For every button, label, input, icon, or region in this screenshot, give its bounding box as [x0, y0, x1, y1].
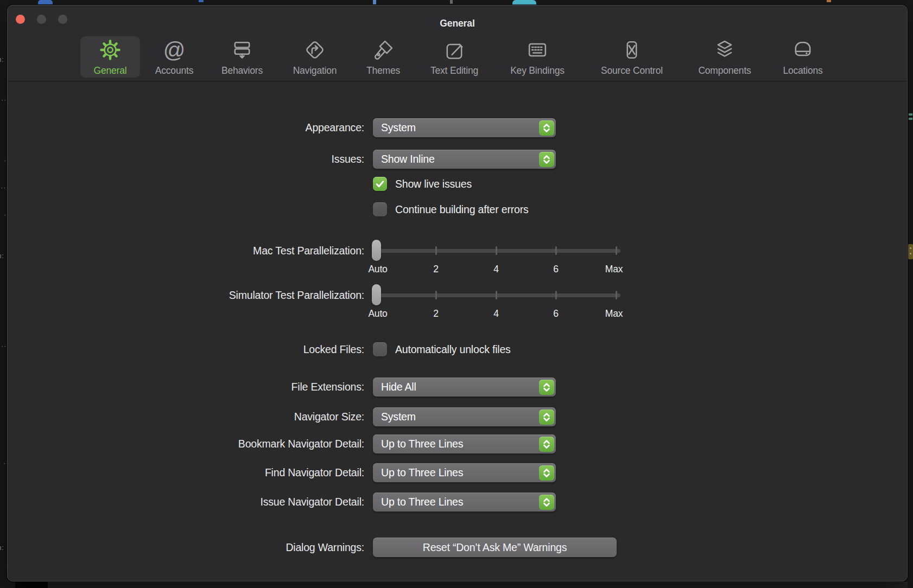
issue-navigator-detail-label: Issue Navigator Detail: — [8, 493, 364, 512]
locked-files-label: Locked Files: — [8, 340, 364, 359]
backdrop-toolbar-fragment — [450, 0, 453, 4]
backdrop-editor-strip — [48, 582, 908, 588]
show-live-issues-label: Show live issues — [395, 177, 472, 191]
bookmark-navigator-detail-select[interactable]: Up to Three Lines — [373, 434, 556, 453]
gear-icon — [98, 35, 122, 65]
chevron-up-down-icon — [539, 380, 554, 395]
slider-tick — [555, 246, 557, 255]
tab-label: Locations — [783, 65, 822, 76]
tab-label: Components — [698, 65, 751, 76]
slider-tick-label: 2 — [433, 264, 439, 275]
chevron-up-down-icon — [539, 152, 554, 167]
backdrop-code-fragment: ·· — [1, 95, 7, 104]
issues-select[interactable]: Show Inline — [373, 150, 556, 169]
server-stack-icon — [230, 35, 254, 65]
chevron-up-down-icon — [539, 465, 554, 481]
dialog-warnings-label: Dialog Warnings: — [8, 538, 364, 557]
issues-value: Show Inline — [381, 153, 435, 165]
tab-text-editing[interactable]: Text Editing — [414, 35, 495, 80]
window-title: General — [8, 18, 907, 29]
backdrop-minimap-fragment — [909, 113, 912, 116]
tab-key-bindings[interactable]: Key Bindings — [497, 35, 578, 80]
tab-locations[interactable]: Locations — [762, 35, 844, 80]
source-control-icon — [620, 35, 644, 65]
backdrop-toolbar-fragment — [199, 0, 204, 2]
find-navigator-detail-label: Find Navigator Detail: — [8, 463, 364, 482]
slider-tick-label: 6 — [553, 264, 559, 275]
backdrop-code-fragment: n: — [0, 55, 4, 63]
tab-label: Themes — [366, 65, 400, 76]
tab-label: Source Control — [601, 65, 663, 76]
layers-icon — [713, 35, 737, 65]
slider-tick — [496, 291, 497, 299]
file-extensions-label: File Extensions: — [8, 378, 364, 397]
find-navigator-detail-value: Up to Three Lines — [381, 466, 463, 479]
slider-tick-label: Auto — [368, 264, 387, 275]
tab-components[interactable]: Components — [684, 35, 765, 80]
simulator-test-parallelization-label: Simulator Test Parallelization: — [8, 286, 364, 305]
backdrop-minimap-fragment — [909, 118, 912, 120]
tab-label: Navigation — [293, 65, 337, 76]
reset-dont-ask-me-warnings-button[interactable]: Reset “Don’t Ask Me” Warnings — [373, 538, 617, 557]
file-extensions-value: Hide All — [381, 381, 416, 393]
tab-themes[interactable]: Themes — [343, 35, 424, 80]
backdrop-toolbar-fragment — [827, 0, 831, 2]
chevron-up-down-icon — [539, 120, 554, 136]
automatically-unlock-files-checkbox[interactable] — [373, 342, 387, 356]
tab-label: Text Editing — [430, 65, 478, 76]
navigator-size-select[interactable]: System — [373, 407, 556, 426]
chevron-up-down-icon — [539, 410, 554, 425]
paintbrush-icon — [371, 35, 395, 65]
tab-source-control[interactable]: Source Control — [591, 35, 673, 80]
issue-navigator-detail-select[interactable]: Up to Three Lines — [373, 493, 556, 512]
file-extensions-select[interactable]: Hide All — [373, 378, 556, 397]
tab-label: Behaviors — [221, 65, 263, 76]
toolbar-separator — [8, 81, 907, 81]
slider-tick-label: 6 — [553, 308, 559, 319]
backdrop-code-fragment: n: — [0, 544, 4, 552]
backdrop-badge-fragment — [908, 244, 913, 259]
hard-drive-icon — [791, 35, 815, 65]
issue-navigator-detail-value: Up to Three Lines — [381, 496, 463, 508]
slider-tick-label: Auto — [368, 308, 387, 319]
backdrop-code-fragment: ·· — [1, 183, 6, 191]
backdrop-code-fragment: · — [3, 459, 6, 467]
mac-test-parallelization-label: Mac Test Parallelization: — [8, 241, 364, 260]
tab-label: Key Bindings — [510, 65, 565, 76]
backdrop-code-fragment: · — [4, 156, 7, 164]
appearance-select[interactable]: System — [373, 118, 556, 137]
slider-thumb[interactable] — [372, 240, 381, 261]
backdrop-code-fragment: n: — [0, 252, 4, 260]
bookmark-navigator-detail-label: Bookmark Navigator Detail: — [8, 434, 364, 453]
settings-window: General General @ — [7, 5, 908, 581]
backdrop-code-fragment: · — [4, 210, 7, 219]
navigator-size-label: Navigator Size: — [8, 407, 364, 426]
slider-thumb[interactable] — [372, 284, 381, 305]
tab-label: General — [94, 65, 127, 76]
automatically-unlock-files-label: Automatically unlock files — [395, 342, 511, 356]
find-navigator-detail-select[interactable]: Up to Three Lines — [373, 463, 556, 482]
backdrop-code-fragment: ·· — [1, 342, 7, 350]
slider-tick-label: 4 — [493, 264, 499, 275]
tab-behaviors[interactable]: Behaviors — [201, 35, 283, 80]
slider-tick — [555, 291, 557, 299]
simulator-test-parallelization-slider[interactable]: Auto 2 4 6 Max — [372, 279, 627, 323]
chevron-up-down-icon — [539, 437, 554, 452]
appearance-value: System — [381, 122, 416, 134]
backdrop-tab-fragment — [512, 0, 536, 5]
mac-test-parallelization-slider[interactable]: Auto 2 4 6 Max — [372, 235, 627, 278]
pencil-square-icon — [442, 35, 466, 65]
bookmark-navigator-detail-value: Up to Three Lines — [381, 438, 463, 450]
backdrop-gutter — [15, 581, 48, 588]
slider-tick — [435, 246, 437, 255]
at-sign-icon: @ — [163, 35, 185, 65]
slider-tick-label: 2 — [433, 308, 439, 319]
continue-building-label: Continue building after errors — [395, 202, 528, 216]
continue-building-checkbox[interactable] — [373, 202, 387, 216]
slider-tick-label: Max — [605, 264, 623, 275]
chevron-up-down-icon — [539, 495, 554, 510]
show-live-issues-checkbox[interactable] — [373, 177, 387, 191]
backdrop-toolbar-fragment — [38, 0, 53, 4]
slider-tick — [616, 246, 617, 255]
slider-tick — [616, 291, 617, 299]
